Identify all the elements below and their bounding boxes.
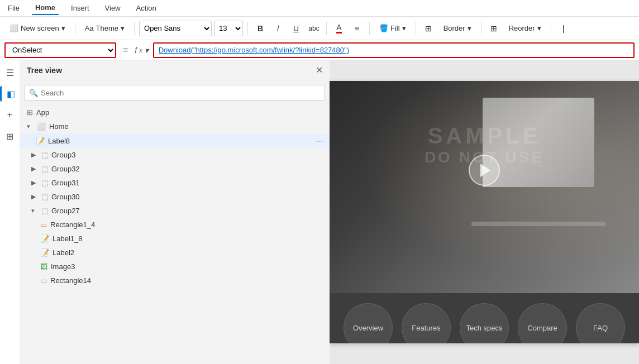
- tree-item-group32[interactable]: ▶ ⬚ Group32: [20, 162, 330, 176]
- new-screen-button[interactable]: ⬜ New screen ▾: [4, 21, 70, 35]
- new-screen-label: New screen: [21, 24, 59, 32]
- group30-icon: ⬚: [41, 193, 48, 201]
- border-icon-btn[interactable]: ⊞: [421, 21, 436, 36]
- play-button[interactable]: [469, 155, 500, 186]
- toolbar-separator-5: [369, 22, 370, 35]
- search-input[interactable]: [25, 85, 325, 100]
- toolbar-separator-4: [326, 22, 327, 35]
- property-selector[interactable]: OnSelect: [4, 42, 116, 58]
- group30-expand-icon: ▶: [31, 193, 38, 200]
- tree-item-group27[interactable]: ▾ ⬚ Group27: [20, 204, 330, 218]
- theme-chevron-icon: ▾: [121, 24, 125, 32]
- play-icon: [480, 164, 490, 177]
- theme-label: Theme: [96, 24, 118, 32]
- toolbar-separator-6: [416, 22, 416, 35]
- fx-label: fx ▾: [135, 46, 148, 55]
- label8-options-icon[interactable]: ···: [316, 136, 323, 145]
- menu-file[interactable]: File: [4, 2, 23, 15]
- formula-input[interactable]: [153, 42, 635, 58]
- tree-item-app[interactable]: ⊞ App: [20, 106, 330, 119]
- align-button[interactable]: ≡: [349, 21, 365, 36]
- tree-item-image3[interactable]: 🖼 Image3: [20, 260, 330, 274]
- toolbar-separator-7: [481, 22, 481, 35]
- group27-expand-icon: ▾: [31, 207, 38, 214]
- font-color-button[interactable]: A: [331, 21, 347, 36]
- toolbar-separator-2: [134, 22, 135, 35]
- bold-button[interactable]: B: [252, 21, 268, 36]
- nav-overview[interactable]: Overview: [344, 303, 393, 343]
- border-label: Border: [444, 24, 465, 32]
- canvas-background: SAMPLE DO NOT USE: [330, 81, 639, 293]
- border-button[interactable]: Border ▾: [438, 21, 476, 35]
- home-expand-icon: ▾: [27, 123, 34, 130]
- tree-item-image3-label: Image3: [51, 262, 323, 271]
- fill-icon: 🪣: [379, 24, 388, 32]
- reorder-label: Reorder: [509, 24, 535, 32]
- tree-item-label18[interactable]: 📝 Label1_8: [20, 232, 330, 246]
- tree-item-home[interactable]: ▾ ⬜ Home: [20, 119, 330, 133]
- tree-item-group31-label: Group31: [51, 179, 323, 187]
- tree-item-group30[interactable]: ▶ ⬚ Group30: [20, 190, 330, 204]
- nav-compare[interactable]: Compare: [518, 303, 567, 343]
- laptop-base: [471, 222, 605, 226]
- nav-features[interactable]: Features: [402, 303, 451, 343]
- menu-view[interactable]: View: [102, 2, 124, 15]
- border-chevron-icon: ▾: [468, 24, 471, 32]
- new-screen-icon: ⬜: [9, 24, 18, 32]
- group27-icon: ⬚: [41, 207, 48, 215]
- menu-home[interactable]: Home: [32, 1, 59, 15]
- tree-title: Tree view: [27, 66, 62, 75]
- app-canvas: SAMPLE DO NOT USE Overview Features Tech…: [330, 81, 639, 343]
- theme-button[interactable]: Aa Theme ▾: [80, 21, 130, 35]
- home-screen-icon: ⬜: [37, 122, 46, 131]
- menu-insert[interactable]: Insert: [68, 2, 93, 15]
- tree-search-container: 🔍: [20, 80, 330, 106]
- tree-item-label2-label: Label2: [53, 248, 323, 257]
- rect14b-icon: ▭: [40, 276, 47, 285]
- tree-item-label2[interactable]: 📝 Label2: [20, 246, 330, 260]
- font-selector[interactable]: Open Sans: [139, 21, 212, 36]
- group3-icon: ⬚: [41, 151, 48, 159]
- reorder-icon-btn[interactable]: ⊞: [486, 21, 502, 36]
- tree-item-group31[interactable]: ▶ ⬚ Group31: [20, 176, 330, 190]
- main-layout: ☰ ◧ + ⊞ Tree view ✕ 🔍 ⊞ App ▾ ⬜: [0, 60, 639, 364]
- tree-item-group30-label: Group30: [51, 193, 323, 201]
- tree-item-rect14[interactable]: ▭ Rectangle1_4: [20, 218, 330, 232]
- tree-close-button[interactable]: ✕: [316, 65, 323, 75]
- plus-icon[interactable]: +: [2, 107, 18, 123]
- tree-item-label18-label: Label1_8: [53, 234, 323, 243]
- fill-button[interactable]: 🪣 Fill ▾: [374, 21, 411, 35]
- new-screen-chevron-icon: ▾: [61, 24, 65, 32]
- group32-expand-icon: ▶: [31, 165, 38, 173]
- font-size-selector[interactable]: 13: [214, 21, 243, 36]
- tree-item-rect-14[interactable]: ▭ Rectangle14: [20, 274, 330, 288]
- canvas-area: SAMPLE DO NOT USE Overview Features Tech…: [330, 60, 639, 364]
- tree-items-list: ⊞ App ▾ ⬜ Home 📝 Label8 ··· ▶ ⬚ Group3: [20, 106, 330, 364]
- tree-view-panel: Tree view ✕ 🔍 ⊞ App ▾ ⬜ Home 📝: [20, 60, 330, 364]
- strikethrough-button[interactable]: abc: [306, 21, 322, 36]
- fill-label: Fill: [390, 24, 400, 32]
- nav-tech-specs[interactable]: Tech specs: [460, 303, 509, 343]
- search-icon: 🔍: [29, 89, 38, 97]
- menu-action[interactable]: Action: [133, 2, 160, 15]
- italic-button[interactable]: /: [270, 21, 286, 36]
- tree-item-label8[interactable]: 📝 Label8 ···: [20, 133, 330, 148]
- reorder-chevron-icon: ▾: [537, 24, 541, 32]
- layers-icon[interactable]: ◧: [0, 86, 20, 102]
- underline-button[interactable]: U: [288, 21, 304, 36]
- tree-item-label8-label: Label8: [48, 137, 313, 145]
- group3-expand-icon: ▶: [31, 151, 38, 159]
- reorder-button[interactable]: Reorder ▾: [504, 21, 546, 35]
- hamburger-icon[interactable]: ☰: [2, 65, 18, 80]
- tree-item-group27-label: Group27: [51, 207, 323, 215]
- nav-faq[interactable]: FAQ: [576, 303, 625, 343]
- tree-item-rect14b-label: Rectangle14: [50, 276, 323, 285]
- properties-icon[interactable]: ⊞: [2, 128, 18, 144]
- tree-item-group3[interactable]: ▶ ⬚ Group3: [20, 148, 330, 162]
- fill-chevron-icon: ▾: [402, 24, 406, 32]
- more-button[interactable]: |: [556, 21, 571, 36]
- chevron-down-icon: ▾: [145, 46, 149, 55]
- theme-icon: Aa: [85, 24, 94, 32]
- group31-expand-icon: ▶: [31, 179, 38, 186]
- tree-item-group32-label: Group32: [51, 165, 323, 173]
